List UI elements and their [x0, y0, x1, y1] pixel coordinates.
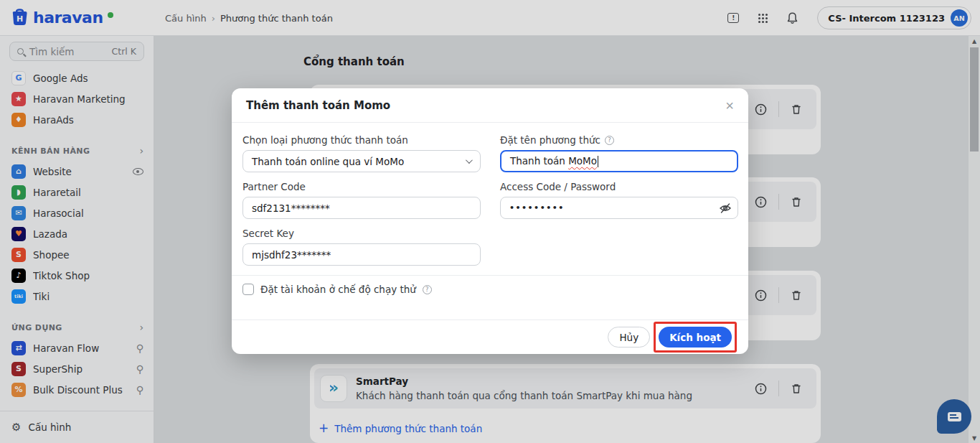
- payment-type-select[interactable]: Thanh toán online qua ví MoMo: [242, 150, 481, 172]
- payment-type-label: Chọn loại phương thức thanh toán: [242, 134, 481, 146]
- method-name-input[interactable]: Thanh toán MoMo: [500, 150, 738, 172]
- modal-footer: Hủy Kích hoạt: [232, 320, 748, 354]
- method-name-label: Đặt tên phương thức ?: [500, 134, 738, 146]
- annotation-highlight-box: Kích hoạt: [654, 322, 737, 353]
- access-code-input[interactable]: •••••••••: [500, 197, 738, 219]
- divider: [232, 275, 748, 276]
- activate-button[interactable]: Kích hoạt: [659, 327, 732, 348]
- secret-key-input[interactable]: mjsdhf23*******: [242, 243, 481, 266]
- access-code-label: Access Code / Password: [500, 181, 738, 192]
- test-mode-checkbox[interactable]: [242, 284, 254, 295]
- add-momo-payment-modal: Thêm thanh toán Momo × Chọn loại phương …: [232, 88, 748, 354]
- help-icon[interactable]: ?: [423, 285, 432, 294]
- modal-title: Thêm thanh toán Momo: [246, 99, 725, 112]
- chevron-down-icon: [466, 157, 473, 164]
- close-icon[interactable]: ×: [725, 98, 734, 113]
- test-mode-label: Đặt tài khoản ở chế độ chạy thử: [260, 284, 416, 295]
- cancel-button[interactable]: Hủy: [608, 327, 650, 348]
- secret-key-label: Secret Key: [242, 228, 481, 239]
- partner-code-label: Partner Code: [242, 181, 481, 192]
- eye-off-icon[interactable]: [717, 201, 733, 215]
- text-cursor: [598, 156, 599, 167]
- modal-header: Thêm thanh toán Momo ×: [232, 88, 748, 123]
- partner-code-input[interactable]: sdf2131********: [242, 197, 481, 219]
- misspelled-word: MoMo: [568, 155, 597, 167]
- help-icon[interactable]: ?: [605, 136, 614, 145]
